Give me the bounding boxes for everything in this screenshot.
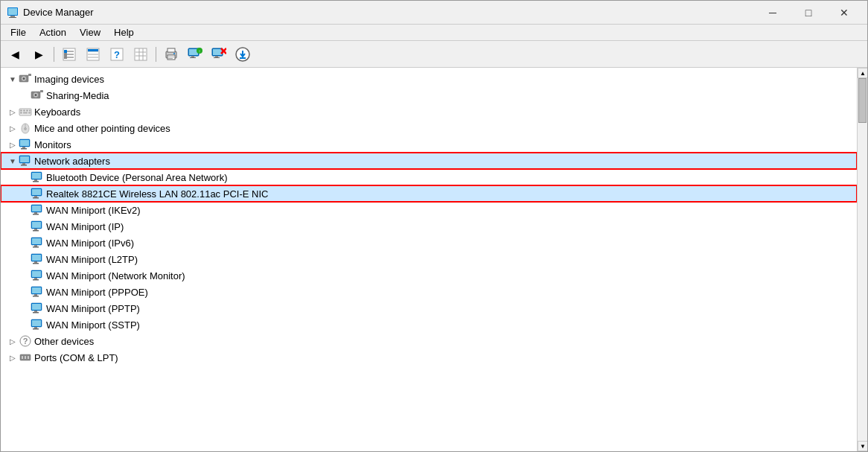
svg-rect-59 (28, 112, 31, 114)
svg-rect-85 (33, 230, 39, 232)
forward-button[interactable]: ▶ (28, 44, 50, 65)
tree-item-mice[interactable]: ▷ Mice and other pointing devices (1, 120, 857, 136)
svg-point-46 (23, 77, 25, 80)
expander-keyboards[interactable]: ▷ (7, 106, 19, 118)
expander-monitors[interactable]: ▷ (7, 139, 19, 150)
monitor-button[interactable]: ↑ (184, 44, 206, 65)
device-tree[interactable]: ▼ Imaging devices ▷ (1, 68, 857, 451)
tree-item-wan-pptp[interactable]: ▷ WAN Miniport (PPTP) (1, 300, 857, 316)
tree-item-wan-ikev2[interactable]: ▷ WAN Miniport (IKEv2) (1, 202, 857, 218)
svg-rect-71 (32, 173, 41, 179)
svg-rect-73 (33, 181, 39, 182)
network-adapters-icon (19, 155, 32, 167)
svg-rect-91 (32, 255, 41, 261)
app-icon (7, 7, 19, 19)
back-button[interactable]: ◀ (4, 44, 26, 65)
tree-item-wan-ipv6[interactable]: ▷ WAN Miniport (IPv6) (1, 235, 857, 251)
tree-item-wan-ip[interactable]: ▷ WAN Miniport (IP) (1, 218, 857, 235)
svg-rect-76 (34, 196, 37, 197)
keyboards-label: Keyboards (34, 106, 80, 118)
download-button[interactable] (232, 44, 254, 65)
scrollbar-thumb[interactable] (858, 78, 867, 123)
menu-help[interactable]: Help (107, 25, 141, 40)
sharing-media-icon (31, 89, 44, 101)
svg-rect-2 (10, 16, 15, 17)
wan-network-monitor-icon (31, 270, 44, 281)
svg-point-50 (35, 94, 37, 96)
scrollbar-up-arrow[interactable]: ▲ (858, 68, 867, 78)
svg-rect-18 (135, 48, 147, 60)
details-view-icon (86, 48, 100, 61)
svg-rect-36 (213, 49, 222, 55)
expander-other-devices[interactable]: ▷ (7, 335, 19, 347)
expander-ports[interactable]: ▷ (7, 351, 19, 363)
tree-item-sharing-media[interactable]: ▷ Sharing-Media (1, 87, 857, 104)
sheet-view-button[interactable] (130, 44, 152, 65)
svg-rect-89 (33, 246, 39, 248)
svg-rect-104 (34, 311, 37, 312)
help-icon: ? (110, 48, 124, 61)
svg-rect-56 (29, 110, 31, 112)
wan-ip-label: WAN Miniport (IP) (46, 221, 124, 232)
scrollbar-down-arrow[interactable]: ▼ (858, 441, 867, 451)
wan-pptp-label: WAN Miniport (PPTP) (46, 303, 140, 314)
menu-file[interactable]: File (4, 25, 33, 40)
svg-rect-97 (33, 279, 39, 281)
tree-item-imaging-devices[interactable]: ▼ Imaging devices (1, 71, 857, 87)
monitor-icon: ↑ (188, 48, 202, 61)
tree-item-bluetooth[interactable]: ▷ Bluetooth Device (Personal Area Networ… (1, 169, 857, 185)
tree-item-ports[interactable]: ▷ Ports (COM & LPT) (1, 349, 857, 366)
svg-rect-64 (22, 147, 25, 148)
vertical-scrollbar[interactable]: ▲ ▼ (857, 68, 867, 451)
remove-button[interactable] (208, 44, 230, 65)
svg-point-61 (25, 128, 27, 130)
expander-mice[interactable]: ▷ (7, 122, 19, 134)
print-icon (164, 48, 179, 61)
svg-point-28 (173, 53, 175, 54)
menu-action[interactable]: Action (33, 25, 73, 40)
scrollbar-track[interactable] (858, 78, 867, 441)
svg-rect-31 (191, 56, 194, 57)
ports-icon (19, 351, 32, 363)
minimize-button[interactable]: ─ (756, 1, 790, 24)
wan-network-monitor-label: WAN Miniport (Network Monitor) (46, 270, 185, 281)
help-button[interactable]: ? (106, 44, 128, 65)
expander-network-adapters[interactable]: ▼ (7, 155, 19, 167)
svg-rect-105 (33, 312, 39, 313)
tree-item-wan-sstp[interactable]: ▷ WAN Miniport (SSTP) (1, 316, 857, 333)
svg-rect-55 (26, 110, 28, 112)
menu-bar: File Action View Help (1, 25, 867, 41)
tree-item-wan-network-monitor[interactable]: ▷ WAN Miniport (Network Monitor) (1, 267, 857, 284)
tree-item-wan-l2tp[interactable]: ▷ WAN Miniport (L2TP) (1, 251, 857, 267)
expander-imaging-devices[interactable]: ▼ (7, 73, 19, 85)
tree-item-keyboards[interactable]: ▷ Keyboards (1, 104, 857, 120)
device-manager-window: Device Manager ─ □ ✕ File Action View He… (0, 0, 868, 452)
close-button[interactable]: ✕ (827, 1, 861, 24)
svg-text:?: ? (23, 337, 28, 346)
tree-item-network-adapters[interactable]: ▼ Network adapters (1, 153, 857, 169)
details-view-button[interactable] (82, 44, 104, 65)
svg-rect-38 (214, 57, 220, 58)
svg-rect-63 (20, 140, 29, 146)
forward-icon: ▶ (35, 48, 43, 60)
wan-ip-icon (31, 220, 44, 232)
maximize-button[interactable]: □ (791, 1, 826, 24)
other-devices-label: Other devices (34, 336, 94, 347)
svg-rect-95 (32, 271, 41, 277)
svg-rect-109 (33, 328, 39, 330)
svg-rect-32 (190, 57, 196, 58)
toolbar: ◀ ▶ (1, 41, 867, 68)
tree-view-button[interactable] (58, 44, 80, 65)
tree-item-realtek[interactable]: ▷ Realtek 8821CE Wireless LAN 802.11ac P… (1, 185, 857, 202)
svg-rect-114 (25, 356, 26, 359)
svg-rect-67 (20, 156, 29, 162)
svg-rect-10 (64, 56, 67, 59)
keyboards-icon (19, 106, 32, 118)
print-button[interactable] (160, 44, 182, 65)
bluetooth-icon (31, 171, 44, 183)
ports-label: Ports (COM & LPT) (34, 352, 118, 363)
tree-item-wan-pppoe[interactable]: ▷ WAN Miniport (PPPOE) (1, 284, 857, 300)
tree-item-other-devices[interactable]: ▷ ? Other devices (1, 333, 857, 349)
menu-view[interactable]: View (73, 25, 107, 40)
tree-item-monitors[interactable]: ▷ Monitors (1, 136, 857, 153)
